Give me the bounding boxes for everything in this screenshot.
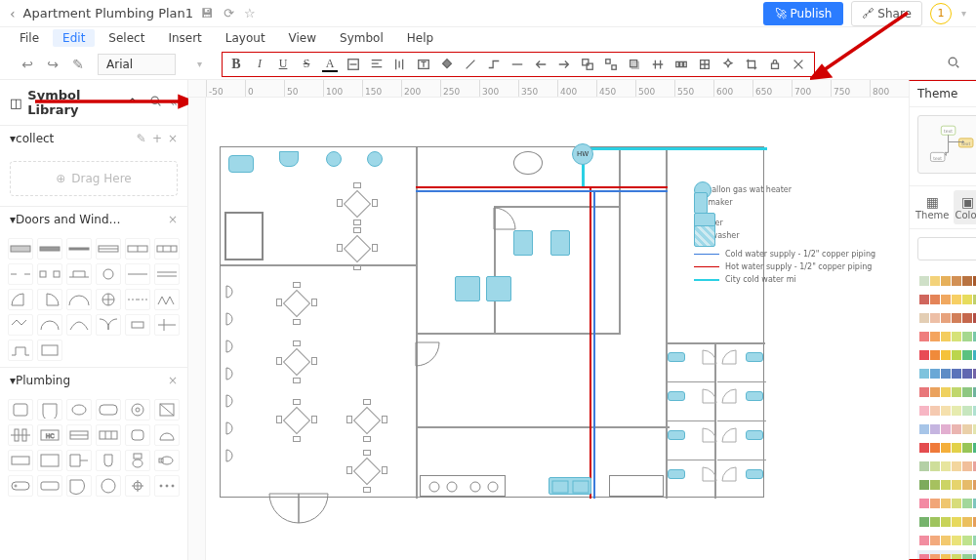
shape-corner-ctr[interactable] bbox=[66, 450, 92, 471]
shape-door-right[interactable] bbox=[8, 289, 33, 310]
theme-thumbnail[interactable]: text text text bbox=[917, 115, 976, 174]
shape-p2[interactable] bbox=[96, 424, 121, 446]
appliance-1[interactable] bbox=[455, 276, 480, 301]
toilet-a4[interactable] bbox=[668, 469, 685, 479]
user-menu-chevron[interactable]: ▾ bbox=[961, 8, 966, 19]
shape-arc[interactable] bbox=[37, 314, 62, 336]
shower-stall[interactable] bbox=[224, 212, 264, 260]
shape-misc[interactable] bbox=[154, 314, 180, 336]
italic-button[interactable]: I bbox=[248, 55, 271, 74]
menu-file[interactable]: File bbox=[10, 29, 49, 47]
shape-heater[interactable] bbox=[8, 424, 33, 446]
shape-revolving[interactable] bbox=[96, 289, 121, 310]
highlight-button[interactable] bbox=[342, 55, 365, 74]
tab-color[interactable]: ▣Color bbox=[954, 190, 977, 224]
arrow-start-button[interactable] bbox=[529, 55, 552, 74]
lock-button[interactable] bbox=[763, 55, 787, 74]
history-icon[interactable]: ⟳ bbox=[224, 6, 234, 20]
color-scheme-novel[interactable]: Novel bbox=[917, 272, 976, 289]
font-family-select[interactable]: Arial bbox=[98, 54, 176, 75]
kitchen-sink[interactable] bbox=[549, 477, 591, 495]
bold-button[interactable]: B bbox=[224, 55, 248, 74]
table-4[interactable] bbox=[275, 340, 318, 383]
shape-p1[interactable] bbox=[66, 424, 92, 446]
drag-drop-target[interactable]: ⊕ Drag Here bbox=[10, 161, 178, 196]
shape-double-arc[interactable] bbox=[96, 314, 121, 336]
line-color-button[interactable] bbox=[459, 55, 482, 74]
round-table[interactable] bbox=[513, 151, 543, 175]
table-5[interactable] bbox=[275, 399, 318, 442]
table-2[interactable] bbox=[336, 227, 379, 270]
toilet-1[interactable] bbox=[279, 151, 299, 167]
section-plumbing[interactable]: ▾ Plumbing × bbox=[0, 368, 187, 393]
color-scheme-garden[interactable]: Garden bbox=[917, 513, 976, 530]
shape-basin[interactable] bbox=[125, 399, 150, 420]
text-box-button[interactable] bbox=[412, 55, 435, 74]
undo-button[interactable]: ↩ bbox=[18, 57, 37, 72]
shape-drain[interactable] bbox=[125, 475, 150, 497]
shape-slit[interactable] bbox=[125, 263, 150, 285]
shape-window2[interactable] bbox=[125, 238, 150, 260]
shape-arc2[interactable] bbox=[66, 314, 92, 336]
tab-theme[interactable]: ▦Theme bbox=[914, 190, 952, 224]
color-scheme-opul[interactable]: Opul… bbox=[917, 439, 976, 456]
shape-window[interactable] bbox=[96, 238, 121, 260]
color-scheme-live[interactable]: Live bbox=[917, 346, 976, 363]
toilet-b1[interactable] bbox=[746, 352, 763, 362]
shape-bifold[interactable] bbox=[154, 289, 180, 310]
lounge-chair-7[interactable] bbox=[224, 448, 240, 463]
canvas[interactable]: HW bbox=[206, 98, 909, 560]
shape-bidet[interactable] bbox=[154, 450, 180, 471]
section-settings-icon[interactable]: ✎ bbox=[137, 132, 146, 145]
menu-layout[interactable]: Layout bbox=[216, 29, 275, 47]
bathtub[interactable] bbox=[228, 155, 254, 173]
section-collect[interactable]: ▾ collect ✎+× bbox=[0, 126, 187, 151]
shape-corner[interactable] bbox=[66, 475, 92, 497]
appliance-2[interactable] bbox=[486, 276, 511, 301]
menu-view[interactable]: View bbox=[279, 29, 326, 47]
section-plumbing-close-icon[interactable]: × bbox=[168, 374, 178, 387]
section-add-icon[interactable]: + bbox=[152, 132, 162, 145]
add-theme-button[interactable]: + bbox=[917, 237, 976, 260]
arrow-end-button[interactable] bbox=[552, 55, 576, 74]
shape-round[interactable] bbox=[96, 475, 121, 497]
canvas-search-icon[interactable] bbox=[939, 56, 968, 72]
menu-edit[interactable]: Edit bbox=[53, 29, 95, 47]
sink-1[interactable] bbox=[326, 151, 342, 167]
share-button[interactable]: 🔗︎ Share bbox=[851, 1, 922, 26]
color-scheme-sprin[interactable]: Sprin… bbox=[917, 402, 976, 419]
save-icon[interactable]: 💾︎ bbox=[201, 6, 214, 20]
lounge-chair-5[interactable] bbox=[224, 393, 240, 409]
shape-opening4[interactable] bbox=[96, 263, 121, 285]
font-color-button[interactable]: A bbox=[318, 55, 342, 74]
lounge-chair-2[interactable] bbox=[224, 311, 240, 327]
lounge-chair-6[interactable] bbox=[224, 420, 240, 436]
section-doors[interactable]: ▾ Doors and Wind… × bbox=[0, 207, 187, 232]
shape-opening[interactable] bbox=[8, 263, 33, 285]
menu-insert[interactable]: Insert bbox=[158, 29, 211, 47]
size-button[interactable] bbox=[693, 55, 716, 74]
color-scheme-charm[interactable]: Charm bbox=[917, 291, 976, 307]
favorite-icon[interactable]: ☆ bbox=[244, 6, 256, 20]
shape-opening3[interactable] bbox=[66, 263, 92, 285]
search-library-icon[interactable] bbox=[149, 95, 162, 110]
color-scheme-tranq[interactable]: Tranq… bbox=[917, 420, 976, 437]
shape-p4[interactable] bbox=[154, 424, 180, 446]
lounge-chair-1[interactable] bbox=[224, 284, 240, 300]
color-scheme-fresh[interactable]: Fresh bbox=[917, 328, 976, 344]
ai-button[interactable] bbox=[716, 55, 740, 74]
color-scheme-candy[interactable]: Candy bbox=[917, 532, 976, 548]
color-scheme-natural[interactable]: Natural bbox=[917, 476, 976, 493]
shape-bay[interactable] bbox=[8, 340, 33, 361]
distribute-button[interactable] bbox=[670, 55, 693, 74]
shape-urinal[interactable] bbox=[96, 450, 121, 471]
shape-window3[interactable] bbox=[154, 238, 180, 260]
shape-misc2[interactable] bbox=[37, 340, 62, 361]
color-scheme-dream[interactable]: Dream bbox=[917, 495, 976, 511]
floorplan[interactable]: HW bbox=[220, 146, 764, 498]
back-button[interactable]: ‹ bbox=[10, 6, 16, 21]
shape-sliding[interactable] bbox=[125, 289, 150, 310]
toilet-a1[interactable] bbox=[668, 352, 685, 362]
menu-help[interactable]: Help bbox=[397, 29, 443, 47]
table-1[interactable] bbox=[336, 182, 379, 225]
